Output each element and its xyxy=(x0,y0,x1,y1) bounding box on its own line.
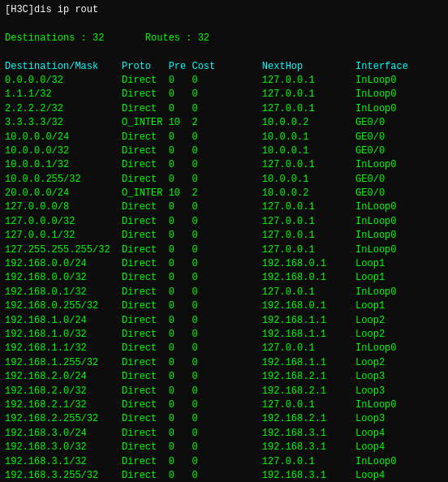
table-row: 1.1.1/32 Direct 0 0 127.0.0.1 InLoop0 xyxy=(5,88,443,101)
table-row: 127.255.255.255/32 Direct 0 0 127.0.0.1 … xyxy=(5,243,443,257)
table-row: 192.168.1.0/32 Direct 0 0 192.168.1.1 Lo… xyxy=(5,328,443,342)
table-row: 192.168.3.0/24 Direct 0 0 192.168.3.1 Lo… xyxy=(5,427,443,441)
command-line: [H3C]dis ip rout xyxy=(5,3,443,17)
table-row: 2.2.2.2/32 Direct 0 0 127.0.0.1 InLoop0 xyxy=(5,102,443,116)
table-row: 192.168.0.0/32 Direct 0 0 192.168.0.1 Lo… xyxy=(5,271,443,285)
table-row: 10.0.0.1/32 Direct 0 0 127.0.0.1 InLoop0 xyxy=(5,158,443,172)
table-row: 192.168.2.0/24 Direct 0 0 192.168.2.1 Lo… xyxy=(5,370,443,384)
table-row: 192.168.3.0/32 Direct 0 0 192.168.3.1 Lo… xyxy=(5,441,443,454)
table-row: 0.0.0.0/32 Direct 0 0 127.0.0.1 InLoop0 xyxy=(5,74,443,88)
table-body: 0.0.0.0/32 Direct 0 0 127.0.0.1 InLoop01… xyxy=(5,74,443,482)
table-row: 20.0.0.0/24 O_INTER 10 2 10.0.0.2 GE0/0 xyxy=(5,187,443,200)
table-row: 3.3.3.3/32 O_INTER 10 2 10.0.0.2 GE0/0 xyxy=(5,116,443,130)
table-row: 192.168.3.1/32 Direct 0 0 127.0.0.1 InLo… xyxy=(5,455,443,469)
table-row: 192.168.0.1/32 Direct 0 0 127.0.0.1 InLo… xyxy=(5,286,443,299)
summary-line: Destinations : 32 Routes : 32 xyxy=(5,32,443,45)
table-header: Destination/Mask Proto Pre Cost NextHop … xyxy=(5,60,443,74)
table-row: 192.168.2.0/32 Direct 0 0 192.168.2.1 Lo… xyxy=(5,385,443,398)
table-row: 10.0.0.0/32 Direct 0 0 10.0.0.1 GE0/0 xyxy=(5,144,443,158)
table-row: 192.168.1.255/32 Direct 0 0 192.168.1.1 … xyxy=(5,356,443,370)
table-row: 192.168.2.255/32 Direct 0 0 192.168.2.1 … xyxy=(5,412,443,426)
table-row: 192.168.3.255/32 Direct 0 0 192.168.3.1 … xyxy=(5,469,443,482)
table-row: 192.168.2.1/32 Direct 0 0 127.0.0.1 InLo… xyxy=(5,398,443,412)
table-row: 192.168.1.0/24 Direct 0 0 192.168.1.1 Lo… xyxy=(5,314,443,328)
table-row: 10.0.0.0/24 Direct 0 0 10.0.0.1 GE0/0 xyxy=(5,131,443,144)
table-row: 127.0.0.0/8 Direct 0 0 127.0.0.1 InLoop0 xyxy=(5,200,443,214)
table-row: 127.0.0.1/32 Direct 0 0 127.0.0.1 InLoop… xyxy=(5,229,443,243)
terminal-window: [H3C]dis ip rout Destinations : 32 Route… xyxy=(5,3,443,482)
table-row: 127.0.0.0/32 Direct 0 0 127.0.0.1 InLoop… xyxy=(5,215,443,229)
blank-2 xyxy=(5,45,443,59)
table-row: 192.168.1.1/32 Direct 0 0 127.0.0.1 InLo… xyxy=(5,342,443,355)
table-row: 10.0.0.255/32 Direct 0 0 10.0.0.1 GE0/0 xyxy=(5,173,443,187)
blank-1 xyxy=(5,17,443,31)
table-row: 192.168.0.0/24 Direct 0 0 192.168.0.1 Lo… xyxy=(5,257,443,271)
table-row: 192.168.0.255/32 Direct 0 0 192.168.0.1 … xyxy=(5,299,443,313)
